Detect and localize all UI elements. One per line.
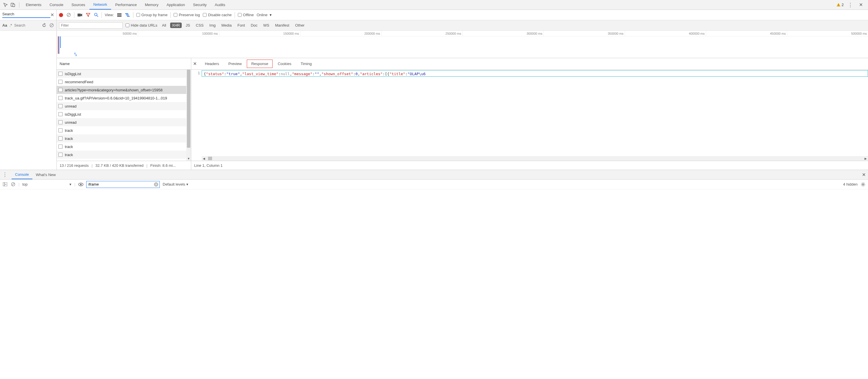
timeline-tick: 400000 ms: [625, 31, 706, 36]
type-filter-css[interactable]: CSS: [194, 23, 206, 28]
close-drawer-icon[interactable]: ✕: [862, 172, 866, 177]
view-large-icon[interactable]: [117, 12, 122, 18]
request-name: isDiggList: [65, 72, 81, 76]
request-row[interactable]: track: [57, 150, 191, 159]
regex-button[interactable]: .*: [9, 23, 12, 28]
tab-application[interactable]: Application: [163, 0, 189, 9]
request-row[interactable]: track_ua.gif?APIVersion=0.6.0&cid=10_194…: [57, 94, 191, 102]
hide-data-urls-checkbox[interactable]: Hide data URLs: [126, 23, 157, 28]
type-filter-xhr[interactable]: XHR: [170, 23, 181, 28]
detail-tab-preview[interactable]: Preview: [224, 60, 246, 68]
request-name: track_ua.gif?APIVersion=0.6.0&cid=10_194…: [65, 96, 167, 100]
request-row[interactable]: isDiggList: [57, 110, 191, 118]
sidebar-toggle-icon[interactable]: [2, 182, 7, 187]
request-row[interactable]: unread: [57, 102, 191, 110]
timeline-tick: 500000 ms: [787, 31, 868, 36]
tab-security[interactable]: Security: [189, 0, 211, 9]
refresh-icon[interactable]: [41, 23, 46, 28]
detail-tab-response[interactable]: Response: [247, 60, 273, 68]
live-expression-icon[interactable]: [78, 182, 83, 187]
tab-sources[interactable]: Sources: [67, 0, 89, 9]
timeline-overview[interactable]: 50000 ms100000 ms150000 ms200000 ms25000…: [57, 31, 868, 58]
file-icon: [58, 128, 62, 132]
group-by-frame-checkbox[interactable]: Group by frame: [136, 13, 167, 17]
preserve-log-checkbox[interactable]: Preserve log: [174, 13, 200, 17]
drawer-tab-console[interactable]: Console: [11, 170, 32, 179]
tab-elements[interactable]: Elements: [22, 0, 45, 9]
request-name: track: [65, 152, 73, 157]
type-filter-js[interactable]: JS: [184, 23, 192, 28]
timeline-tick: 250000 ms: [381, 31, 462, 36]
view-waterfall-icon[interactable]: [125, 12, 130, 18]
filter-bar: Hide data URLs AllXHRJSCSSImgMediaFontDo…: [57, 20, 868, 30]
console-filter-input[interactable]: [86, 181, 160, 188]
type-filter-all[interactable]: All: [160, 23, 168, 28]
file-icon: [58, 144, 62, 148]
inspect-icon[interactable]: [2, 2, 9, 8]
tab-network[interactable]: Network: [89, 0, 112, 9]
close-detail-icon[interactable]: ✕: [193, 61, 197, 67]
type-filter-ws[interactable]: WS: [261, 23, 271, 28]
clear-search-icon[interactable]: [49, 23, 54, 28]
search-panel-label: Search: [2, 12, 50, 18]
clear-console-icon[interactable]: [10, 182, 16, 187]
search-results-pane: [0, 31, 57, 170]
request-list-header[interactable]: Name: [57, 58, 191, 70]
request-row[interactable]: track: [57, 159, 191, 161]
warnings-badge[interactable]: 2: [836, 3, 844, 7]
clear-filter-icon[interactable]: ✕: [154, 182, 158, 186]
response-code-line[interactable]: {"status":"true","last_view_time":null,"…: [202, 70, 868, 77]
context-select[interactable]: top ▾: [22, 182, 71, 186]
file-icon: [58, 112, 62, 116]
request-name: unread: [65, 120, 76, 125]
detail-tab-headers[interactable]: Headers: [201, 60, 223, 68]
tab-performance[interactable]: Performance: [111, 0, 141, 9]
search-icon[interactable]: [93, 12, 99, 18]
file-icon: [58, 96, 62, 100]
tab-console[interactable]: Console: [45, 0, 67, 9]
type-filter-doc[interactable]: Doc: [249, 23, 259, 28]
filter-icon[interactable]: [85, 12, 91, 18]
search-input[interactable]: [14, 24, 39, 28]
request-row[interactable]: isDiggList: [57, 70, 191, 78]
request-row[interactable]: track: [57, 126, 191, 134]
match-case-button[interactable]: Aa: [2, 23, 7, 28]
device-toggle-icon[interactable]: [10, 2, 16, 8]
request-name: track: [65, 144, 73, 149]
clear-icon[interactable]: [66, 12, 71, 18]
svg-rect-11: [117, 16, 122, 17]
request-row[interactable]: recommendFeed: [57, 78, 191, 86]
detail-tab-timing[interactable]: Timing: [297, 60, 316, 68]
tab-audits[interactable]: Audits: [211, 0, 229, 9]
disable-cache-checkbox[interactable]: Disable cache: [203, 13, 232, 17]
drawer-menu-icon[interactable]: ⋮: [2, 171, 7, 178]
request-row[interactable]: track: [57, 142, 191, 150]
response-hscrollbar[interactable]: ◀ ▶: [202, 156, 868, 161]
close-devtools-icon[interactable]: ✕: [858, 2, 864, 8]
filter-input[interactable]: [59, 22, 123, 29]
offline-checkbox[interactable]: Offline: [238, 13, 254, 17]
log-levels-select[interactable]: Default levels ▾: [163, 182, 188, 186]
request-row[interactable]: unread: [57, 118, 191, 126]
type-filter-media[interactable]: Media: [220, 23, 233, 28]
drawer-tab-what-s-new[interactable]: What's New: [32, 170, 59, 179]
request-list-scrollbar[interactable]: ▲ ▼: [186, 70, 191, 161]
timeline-tick: 100000 ms: [138, 31, 219, 36]
type-filter-manifest[interactable]: Manifest: [273, 23, 291, 28]
response-body[interactable]: 1 {"status":"true","last_view_time":null…: [191, 70, 868, 161]
type-filter-font[interactable]: Font: [236, 23, 247, 28]
type-filter-other[interactable]: Other: [293, 23, 306, 28]
request-row[interactable]: articles?type=more&category=home&shown_o…: [57, 86, 191, 94]
detail-tab-cookies[interactable]: Cookies: [274, 60, 296, 68]
status-transferred: 32.7 KB / 420 KB transferred: [95, 163, 144, 168]
record-button[interactable]: [59, 13, 63, 17]
throttling-select[interactable]: Online ▾: [257, 13, 272, 17]
camera-icon[interactable]: [77, 12, 83, 18]
close-search-panel-icon[interactable]: ✕: [50, 12, 54, 18]
more-menu-icon[interactable]: ⋮: [847, 2, 854, 8]
hidden-count[interactable]: 4 hidden: [843, 182, 858, 186]
tab-memory[interactable]: Memory: [141, 0, 163, 9]
request-row[interactable]: track: [57, 134, 191, 142]
console-settings-icon[interactable]: [861, 182, 866, 187]
type-filter-img[interactable]: Img: [208, 23, 218, 28]
